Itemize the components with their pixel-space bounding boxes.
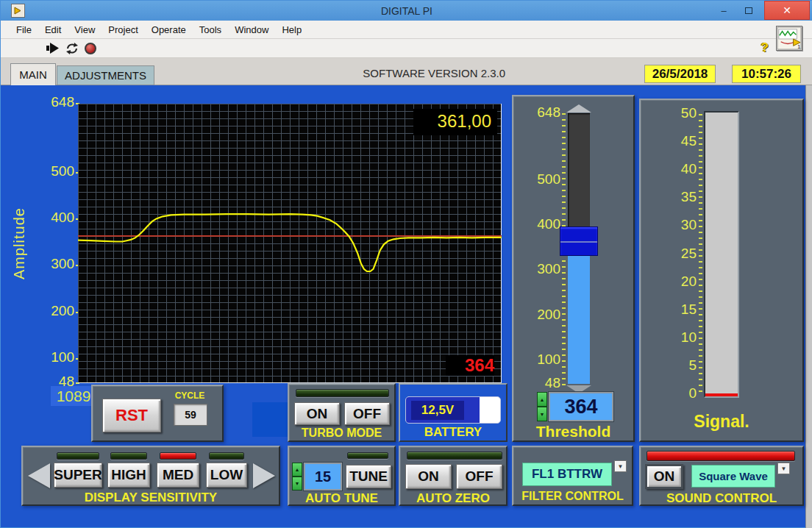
- run-continuous-icon[interactable]: [65, 42, 79, 55]
- battery-voltage: 12,5V: [411, 401, 464, 420]
- sensitivity-low-button[interactable]: LOW: [206, 463, 247, 488]
- tick-label: 500: [1, 163, 74, 179]
- auto-tune-label: AUTO TUNE: [289, 491, 394, 506]
- med-led: [160, 452, 196, 460]
- tick-label: 20: [641, 274, 697, 290]
- help-icon[interactable]: ?: [761, 40, 769, 55]
- threshold-slider-fill: [568, 254, 590, 384]
- tick-label: 400: [518, 216, 560, 232]
- tick-label: 25: [641, 246, 697, 262]
- date-display: 26/5/2018: [644, 65, 716, 83]
- sound-control-panel: ON Square Wave ▼ SOUND CONTROL: [639, 446, 804, 506]
- run-icon[interactable]: [46, 42, 60, 54]
- abort-icon[interactable]: [85, 43, 96, 54]
- signal-panel: 50454035302520151050 Signal.: [639, 99, 804, 442]
- turbo-led: [296, 389, 389, 397]
- threshold-slider-handle[interactable]: [560, 226, 598, 256]
- auto-tune-spinner[interactable]: ▲ ▼: [292, 463, 302, 490]
- threshold-spinner[interactable]: ▲ ▼: [537, 392, 547, 421]
- tick-label: 48: [518, 375, 560, 391]
- maximize-button[interactable]: [738, 1, 760, 20]
- auto-zero-led: [407, 452, 502, 460]
- tune-led: [347, 452, 388, 459]
- tick-label: 10: [641, 329, 697, 346]
- turbo-on-button[interactable]: ON: [294, 402, 340, 425]
- menu-window[interactable]: Window: [228, 22, 275, 38]
- slider-increment-arrow[interactable]: [566, 104, 591, 113]
- menu-help[interactable]: Help: [275, 22, 308, 38]
- turbo-off-button[interactable]: OFF: [344, 402, 390, 425]
- display-sensitivity-panel: SUPER HIGH MED LOW DISPLAY SENSITIVITY: [21, 446, 280, 506]
- tab-adjustments[interactable]: ADJUSTMENTS: [57, 65, 154, 85]
- cycle-value: 59: [174, 404, 207, 426]
- time-display: 10:57:26: [732, 65, 801, 83]
- spinner-up-icon[interactable]: ▲: [292, 463, 302, 477]
- battery-label: BATTERY: [400, 425, 506, 440]
- tick-label: 200: [1, 303, 74, 319]
- chart-cursor-readout: 364: [446, 355, 494, 376]
- menu-operate[interactable]: Operate: [145, 22, 193, 38]
- sound-dropdown-icon[interactable]: ▼: [777, 463, 790, 474]
- filter-control-panel: FL1 BTTRW ▼ FILTER CONTROL: [512, 446, 633, 506]
- auto-zero-panel: ON OFF AUTO ZERO: [399, 446, 508, 506]
- tick-label: 400: [1, 210, 74, 226]
- auto-zero-off-button[interactable]: OFF: [456, 464, 502, 489]
- threshold-label: Threshold: [513, 423, 633, 440]
- sound-on-button[interactable]: ON: [645, 464, 683, 489]
- battery-panel: 12,5V BATTERY: [399, 383, 508, 442]
- high-led: [110, 452, 147, 460]
- sensitivity-med-button[interactable]: MED: [157, 463, 199, 488]
- sensitivity-super-button[interactable]: SUPER: [54, 463, 102, 488]
- menu-view[interactable]: View: [68, 22, 102, 38]
- low-led: [209, 452, 244, 460]
- chart-plot-area: [78, 104, 502, 383]
- tick-label: 648: [518, 104, 560, 121]
- super-led: [57, 452, 99, 460]
- reset-button[interactable]: RST: [102, 399, 161, 432]
- sound-wave-select[interactable]: Square Wave: [691, 465, 775, 488]
- tick-label: 300: [518, 261, 560, 277]
- auto-zero-label: AUTO ZERO: [400, 491, 506, 506]
- signal-tick-marks: [699, 114, 702, 396]
- tick-label: 648: [1, 94, 74, 110]
- auto-zero-on-button[interactable]: ON: [405, 464, 452, 489]
- auto-tune-value-input[interactable]: 15: [304, 463, 342, 490]
- waveform-chart[interactable]: 361,00 364: [78, 104, 502, 383]
- tune-button[interactable]: TUNE: [346, 465, 391, 488]
- sensitivity-prev-arrow[interactable]: [28, 463, 50, 488]
- threshold-panel: 64850040030020010048 ▲ ▼ 364 Threshold: [512, 95, 635, 442]
- reset-panel: RST CYCLE 59: [91, 385, 224, 442]
- x-axis-value[interactable]: 1089: [51, 386, 96, 406]
- sensitivity-next-arrow[interactable]: [253, 463, 275, 488]
- tick-label: 30: [641, 217, 697, 233]
- tick-label: 200: [518, 307, 560, 323]
- menu-tools[interactable]: Tools: [193, 22, 228, 38]
- title-bar[interactable]: DIGITAL PI – ✕: [1, 1, 812, 21]
- minimize-button[interactable]: –: [713, 1, 735, 20]
- menu-edit[interactable]: Edit: [38, 22, 68, 38]
- threshold-value-input[interactable]: 364: [549, 392, 613, 421]
- spinner-down-icon[interactable]: ▼: [537, 407, 547, 421]
- tick-label: 45: [641, 133, 697, 149]
- tick-label: 15: [641, 302, 697, 318]
- menu-project[interactable]: Project: [102, 22, 144, 38]
- signal-bar-fill: [705, 393, 738, 396]
- menu-file[interactable]: File: [10, 22, 38, 38]
- spinner-up-icon[interactable]: ▲: [537, 392, 547, 407]
- tab-main[interactable]: MAIN: [10, 63, 56, 85]
- tick-label: 5: [641, 357, 697, 374]
- software-version-label: SOFTWARE VERSION 2.3.0: [363, 67, 505, 79]
- toolbar: ? 1: [1, 39, 812, 58]
- vi-badge-number: 1: [797, 43, 800, 50]
- tick-label: 300: [1, 256, 74, 272]
- filter-select[interactable]: FL1 BTTRW: [522, 463, 612, 486]
- spinner-down-icon[interactable]: ▼: [292, 477, 302, 490]
- filter-control-label: FILTER CONTROL: [513, 490, 632, 503]
- maximize-icon: [745, 7, 752, 14]
- close-button[interactable]: ✕: [764, 1, 810, 20]
- sensitivity-high-button[interactable]: HIGH: [107, 463, 150, 488]
- vi-window-icon[interactable]: 1: [776, 26, 802, 51]
- filter-dropdown-icon[interactable]: ▼: [614, 460, 627, 472]
- signal-scale: 50454035302520151050: [641, 100, 697, 416]
- signal-label: Signal.: [641, 412, 802, 432]
